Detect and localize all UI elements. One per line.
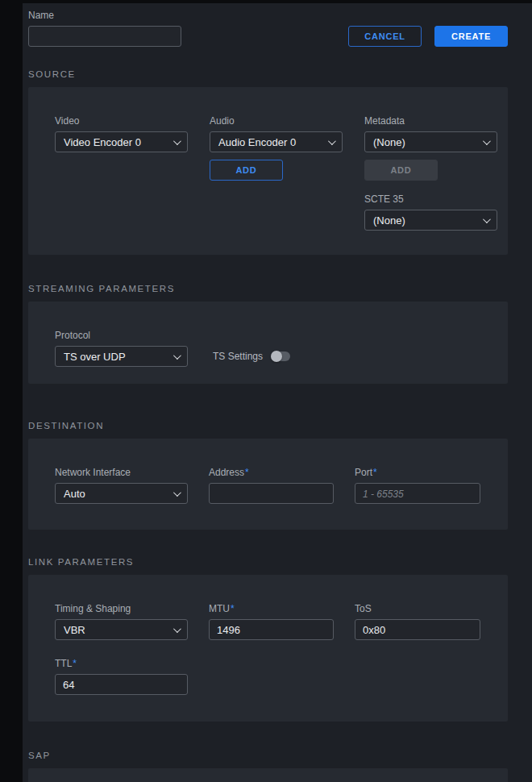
add-metadata-button: ADD (364, 160, 438, 181)
cancel-button[interactable]: CANCEL (348, 26, 422, 47)
chevron-down-icon (173, 489, 181, 497)
video-select[interactable]: Video Encoder 0 (55, 131, 188, 152)
port-input[interactable] (355, 483, 480, 504)
tos-input[interactable] (355, 619, 480, 640)
address-label: Address* (209, 467, 334, 478)
metadata-select[interactable]: (None) (364, 131, 497, 152)
destination-section-title: DESTINATION (28, 421, 508, 431)
ttl-input[interactable] (55, 674, 188, 695)
required-asterisk: * (245, 467, 249, 478)
mtu-label: MTU* (209, 603, 334, 614)
audio-field: Audio Audio Encoder 0 (210, 115, 343, 152)
ts-settings-group: TS Settings (213, 346, 290, 367)
scte35-field: SCTE 35 (None) (364, 193, 497, 231)
chevron-down-icon (483, 137, 491, 145)
mtu-input[interactable] (209, 619, 334, 640)
add-audio-button[interactable]: ADD (210, 160, 283, 181)
chevron-down-icon (483, 215, 491, 223)
required-asterisk: * (73, 658, 77, 669)
ttl-field: TTL* (55, 658, 188, 695)
destination-panel: Network Interface Auto Address* Port* (28, 439, 508, 530)
name-label: Name (28, 10, 181, 21)
sap-panel: Transmit SAP (28, 768, 508, 782)
protocol-field: Protocol TS over UDP (55, 330, 188, 367)
name-field: Name (28, 10, 181, 47)
port-field: Port* (355, 467, 480, 504)
address-field: Address* (209, 467, 334, 504)
sap-section-title: SAP (28, 751, 508, 760)
ts-settings-toggle[interactable] (271, 351, 290, 361)
chevron-down-icon (173, 351, 181, 360)
video-label: Video (55, 115, 188, 127)
source-panel: Video Video Encoder 0 Audio Audio Encode… (28, 87, 508, 255)
network-interface-label: Network Interface (55, 467, 188, 478)
tos-label: ToS (355, 603, 480, 614)
timing-shaping-select[interactable]: VBR (55, 619, 188, 640)
audio-select[interactable]: Audio Encoder 0 (210, 131, 343, 152)
mtu-field: MTU* (209, 603, 334, 640)
scte35-select[interactable]: (None) (364, 210, 497, 231)
metadata-label: Metadata (364, 115, 497, 127)
required-asterisk: * (373, 467, 377, 478)
timing-shaping-label: Timing & Shaping (55, 603, 188, 614)
source-section-title: SOURCE (28, 69, 508, 79)
chevron-down-icon (173, 625, 181, 633)
video-field: Video Video Encoder 0 (55, 115, 188, 152)
timing-shaping-field: Timing & Shaping VBR (55, 603, 188, 640)
link-panel: Timing & Shaping VBR MTU* ToS TTL* (28, 575, 508, 722)
tos-field: ToS (355, 603, 480, 640)
form-header: Name CANCEL CREATE (28, 10, 508, 47)
toggle-knob-icon (271, 351, 282, 362)
chevron-down-icon (173, 137, 181, 145)
chevron-down-icon (328, 137, 336, 145)
required-asterisk: * (231, 603, 235, 614)
link-section-title: LINK PARAMETERS (28, 557, 508, 567)
scte35-label: SCTE 35 (364, 193, 497, 205)
protocol-select[interactable]: TS over UDP (55, 346, 188, 367)
protocol-label: Protocol (55, 330, 188, 341)
port-label: Port* (355, 467, 480, 478)
output-create-form: Name CANCEL CREATE SOURCE Video Video En… (23, 3, 532, 782)
network-interface-select[interactable]: Auto (55, 483, 188, 504)
create-button[interactable]: CREATE (434, 26, 508, 47)
ttl-label: TTL* (55, 658, 188, 669)
metadata-field: Metadata (None) (364, 115, 497, 152)
name-input[interactable] (28, 26, 181, 47)
streaming-panel: Protocol TS over UDP TS Settings (28, 302, 508, 384)
address-input[interactable] (209, 483, 334, 504)
ts-settings-label: TS Settings (213, 351, 263, 362)
audio-label: Audio (210, 115, 343, 127)
network-interface-field: Network Interface Auto (55, 467, 188, 504)
streaming-section-title: STREAMING PARAMETERS (28, 284, 508, 293)
action-buttons: CANCEL CREATE (348, 26, 508, 47)
